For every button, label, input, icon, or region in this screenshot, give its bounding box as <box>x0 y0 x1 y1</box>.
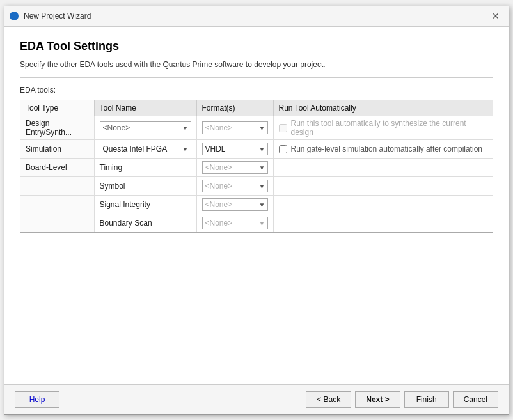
format-select-0[interactable]: <None> <box>202 121 268 134</box>
title-bar: New Project Wizard ✕ <box>4 6 509 27</box>
footer-left: Help <box>15 391 59 408</box>
cell-tool-type-4 <box>20 196 94 214</box>
main-content: EDA Tool Settings Specify the other EDA … <box>4 27 509 384</box>
cell-tool-name-5: Boundary Scan <box>94 214 196 233</box>
back-button[interactable]: < Back <box>306 391 351 408</box>
table-header-row: Tool Type Tool Name Format(s) Run Tool A… <box>20 100 493 116</box>
page-description: Specify the other EDA tools used with th… <box>20 59 493 70</box>
cell-tool-type-0: Design Entry/Synth... <box>20 116 94 140</box>
format-select-4[interactable]: <None> <box>202 198 268 211</box>
table-row: Boundary Scan<None>▼ <box>20 214 493 233</box>
col-tool-name: Tool Name <box>94 100 196 116</box>
cell-tool-name-3: Symbol <box>94 177 196 196</box>
table-row: Design Entry/Synth...<None>▼<None>▼Run t… <box>20 116 493 140</box>
window-icon <box>10 11 20 21</box>
cell-tool-type-1: Simulation <box>20 140 94 159</box>
cell-tool-type-5 <box>20 214 94 233</box>
close-button[interactable]: ✕ <box>488 8 503 24</box>
finish-button[interactable]: Finish <box>404 391 449 408</box>
cell-format-1[interactable]: VHDL<None>▼ <box>196 140 273 159</box>
help-button[interactable]: Help <box>15 391 59 408</box>
footer-right: < Back Next > Finish Cancel <box>306 391 498 408</box>
format-select-5[interactable]: <None> <box>202 217 268 229</box>
col-run-auto: Run Tool Automatically <box>273 100 493 116</box>
tool-name-select-0[interactable]: <None> <box>100 121 191 134</box>
cell-run-auto-1[interactable]: Run gate-level simulation automatically … <box>273 140 493 159</box>
divider <box>20 77 493 78</box>
run-auto-checkbox-0 <box>279 124 287 132</box>
format-select-2[interactable]: <None> <box>202 161 268 174</box>
cell-tool-type-3 <box>20 177 94 196</box>
table-row: Simulation<None>Questa Intel FPGA▼VHDL<N… <box>20 140 493 159</box>
cell-tool-name-1[interactable]: <None>Questa Intel FPGA▼ <box>94 140 196 159</box>
cell-run-auto-5 <box>273 214 493 233</box>
format-select-1[interactable]: VHDL<None> <box>202 143 268 155</box>
cell-format-3[interactable]: <None>▼ <box>196 177 273 196</box>
cell-format-2[interactable]: <None>▼ <box>196 159 273 177</box>
cell-format-5[interactable]: <None>▼ <box>196 214 273 233</box>
cell-format-0[interactable]: <None>▼ <box>196 116 273 140</box>
cancel-button[interactable]: Cancel <box>453 391 498 408</box>
run-auto-checkbox-1[interactable] <box>279 145 287 153</box>
table-row: Signal Integrity<None>▼ <box>20 196 493 214</box>
cell-tool-name-0[interactable]: <None>▼ <box>94 116 196 140</box>
cell-run-auto-2 <box>273 159 493 177</box>
cell-format-4[interactable]: <None>▼ <box>196 196 273 214</box>
cell-tool-type-2: Board-Level <box>20 159 94 177</box>
cell-run-auto-0: Run this tool automatically to synthesiz… <box>273 116 493 140</box>
eda-tools-table: Tool Type Tool Name Format(s) Run Tool A… <box>20 100 493 233</box>
format-select-3[interactable]: <None> <box>202 180 268 192</box>
cell-tool-name-4: Signal Integrity <box>94 196 196 214</box>
run-auto-label-1: Run gate-level simulation automatically … <box>291 144 482 153</box>
next-button[interactable]: Next > <box>355 391 400 408</box>
cell-tool-name-2: Timing <box>94 159 196 177</box>
table-row: Board-LevelTiming<None>▼ <box>20 159 493 177</box>
cell-run-auto-4 <box>273 196 493 214</box>
window-title: New Project Wizard <box>24 12 488 20</box>
col-tool-type: Tool Type <box>20 100 94 116</box>
cell-run-auto-3 <box>273 177 493 196</box>
tool-name-select-1[interactable]: <None>Questa Intel FPGA <box>100 143 191 155</box>
wizard-footer: Help < Back Next > Finish Cancel <box>4 384 509 414</box>
col-format: Format(s) <box>196 100 273 116</box>
run-auto-label-0: Run this tool automatically to synthesiz… <box>291 119 488 137</box>
table-row: Symbol<None>▼ <box>20 177 493 196</box>
page-title: EDA Tool Settings <box>20 40 493 53</box>
wizard-window: New Project Wizard ✕ EDA Tool Settings S… <box>4 6 509 415</box>
section-label: EDA tools: <box>20 86 493 95</box>
